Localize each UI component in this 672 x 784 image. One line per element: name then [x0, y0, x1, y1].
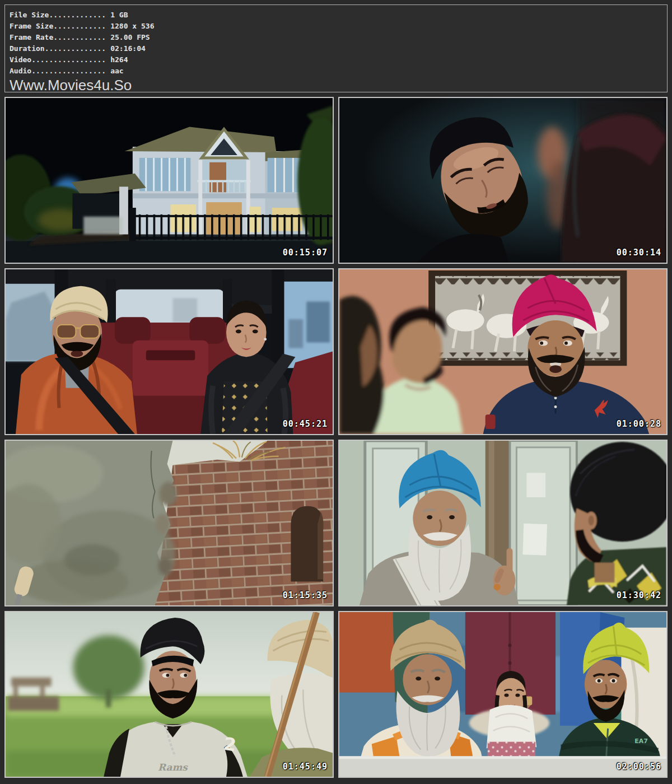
- jacket-brand-text: EA7: [634, 738, 648, 745]
- screenshot-elders-conversation: 01:30:42: [338, 440, 668, 606]
- family-in-crowd-illustration: EA7: [339, 612, 666, 777]
- timestamp-overlay: 01:15:35: [283, 590, 328, 600]
- info-row-frame-size: Frame Size............1280 x 536: [10, 21, 662, 32]
- info-row-audio: Audio.................aac: [10, 66, 662, 77]
- timestamp-overlay: 01:30:42: [617, 590, 661, 600]
- screenshot-man-in-field: 2 Rams: [4, 611, 334, 778]
- screenshot-man-pink-turban-room: 01:00:28: [338, 268, 668, 435]
- timestamp-overlay: 00:30:14: [617, 248, 661, 258]
- old-brick-wall-illustration: [6, 441, 333, 605]
- info-row-duration: Duration..............02:16:04: [10, 43, 662, 54]
- timestamp-overlay: 00:15:07: [283, 248, 328, 258]
- timestamp-overlay: 01:45:49: [283, 762, 328, 772]
- man-face-closeup-illustration: [339, 98, 666, 263]
- man-pink-turban-room-illustration: [339, 269, 666, 434]
- couple-in-car-illustration: [6, 269, 333, 434]
- media-info-box: File Size.............1 GB Frame Size...…: [4, 4, 668, 92]
- preview-sheet: File Size.............1 GB Frame Size...…: [0, 0, 672, 782]
- screenshot-couple-in-car: 00:45:21: [4, 268, 334, 435]
- screenshot-family-in-crowd: EA7 02:00:56: [338, 611, 668, 778]
- info-row-file-size: File Size.............1 GB: [10, 10, 662, 21]
- house-at-night-illustration: [6, 98, 333, 263]
- screenshot-old-brick-wall: 01:15:35: [4, 440, 334, 606]
- timestamp-overlay: 02:00:56: [617, 762, 661, 772]
- timestamp-overlay: 00:45:21: [283, 419, 328, 429]
- man-in-field-illustration: 2 Rams: [6, 612, 333, 777]
- info-row-frame-rate: Frame Rate............25.00 FPS: [10, 32, 662, 43]
- jersey-brand-text: Rams: [158, 762, 188, 773]
- timestamp-overlay: 01:00:28: [617, 419, 661, 429]
- screenshot-man-face-closeup: 00:30:14: [338, 97, 668, 264]
- info-row-video: Video.................h264: [10, 54, 662, 66]
- elders-conversation-illustration: [339, 441, 666, 605]
- site-watermark: Www.Movies4u.So: [10, 77, 662, 94]
- screenshot-house-at-night: 00:15:07: [4, 97, 334, 264]
- screenshots-grid: 00:15:07: [4, 97, 668, 778]
